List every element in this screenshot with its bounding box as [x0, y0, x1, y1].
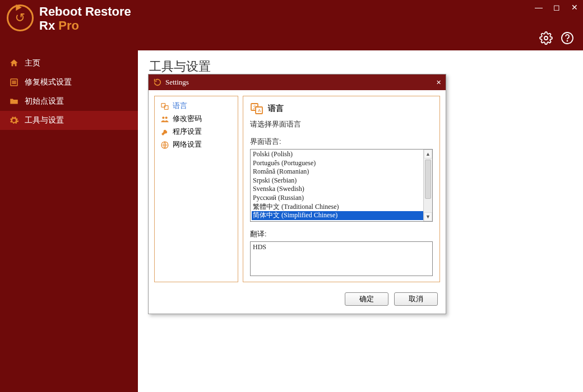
titlebar: ↻ Reboot Restore Rx Pro ― ◻ ✕: [0, 0, 583, 50]
translator-box: HDS: [250, 241, 433, 276]
main-body: 主页 修复模式设置 初始点设置 工具与设置 工具与设置 Se: [0, 50, 583, 392]
sidebar-item-label: 主页: [25, 58, 40, 68]
language-option[interactable]: Română (Romanian): [252, 167, 431, 176]
gear-icon: [9, 115, 19, 125]
ok-button[interactable]: 确定: [345, 292, 388, 306]
maximize-button[interactable]: ◻: [553, 3, 561, 11]
language-option[interactable]: 繁體中文 (Traditional Chinese): [252, 203, 431, 212]
app-logo: ↻ Reboot Restore Rx Pro: [7, 4, 131, 33]
language-option[interactable]: 简体中文 (Simplified Chinese): [252, 211, 431, 220]
help-icon[interactable]: [561, 31, 574, 45]
listbox-scrollbar[interactable]: ▲ ▼: [423, 150, 432, 221]
minimize-button[interactable]: ―: [535, 3, 543, 11]
language-option[interactable]: Português (Portuguese): [252, 159, 431, 168]
folder-icon: [9, 96, 19, 106]
sidebar-item-label: 修复模式设置: [25, 77, 72, 87]
settings-heading-text: 语言: [268, 104, 284, 114]
reboot-icon: ↻: [7, 4, 34, 31]
settings-nav: 语言 修改密码 程序设置 网络设置: [154, 96, 238, 282]
language-option[interactable]: Srpski (Serbian): [252, 176, 431, 185]
sidebar-item-restore-mode[interactable]: 修复模式设置: [0, 73, 138, 92]
language-listbox[interactable]: Polski (Polish)Português (Portuguese)Rom…: [250, 149, 433, 222]
scroll-thumb[interactable]: [425, 160, 431, 199]
language-option[interactable]: Polski (Polish): [252, 150, 431, 159]
app-window: ↻ Reboot Restore Rx Pro ― ◻ ✕ 主页 修复模式设置: [0, 0, 583, 392]
settings-nav-network[interactable]: 网络设置: [157, 138, 235, 151]
settings-content: 文A 语言 请选择界面语言 界面语言: Polski (Polish)Portu…: [243, 96, 440, 282]
dialog-footer: 确定 取消: [149, 288, 446, 314]
sidebar-item-label: 初始点设置: [25, 96, 64, 106]
home-icon: [9, 58, 19, 68]
instruction-text: 请选择界面语言: [250, 120, 433, 129]
cancel-button[interactable]: 取消: [394, 292, 438, 306]
svg-point-7: [165, 116, 168, 119]
sidebar-item-label: 工具与设置: [25, 115, 64, 125]
wrench-icon: [160, 128, 169, 137]
svg-point-6: [162, 116, 164, 119]
settings-dialog: Settings ✕ 语言 修改密码: [148, 74, 446, 314]
sidebar-item-baseline[interactable]: 初始点设置: [0, 92, 138, 111]
sidebar: 主页 修复模式设置 初始点设置 工具与设置: [0, 50, 138, 392]
settings-nav-label: 语言: [173, 101, 187, 111]
scroll-down-button[interactable]: ▼: [424, 212, 432, 221]
app-title: Reboot Restore Rx Pro: [39, 4, 131, 33]
language-option[interactable]: Svenska (Swedish): [252, 185, 431, 194]
language-option[interactable]: Русский (Russian): [252, 194, 431, 203]
svg-text:A: A: [258, 108, 261, 113]
settings-nav-program[interactable]: 程序设置: [157, 125, 235, 138]
dialog-title: Settings: [165, 78, 189, 87]
language-list-label: 界面语言:: [250, 137, 433, 147]
main-panel: 工具与设置 Settings ✕ 语言: [138, 50, 583, 392]
list-icon: [9, 77, 19, 87]
page-title: 工具与设置: [149, 58, 572, 75]
dialog-close-button[interactable]: ✕: [436, 79, 441, 86]
globe-icon: [160, 141, 169, 150]
translator-label: 翻译:: [250, 230, 433, 239]
language-option[interactable]: 한국어 (Korean): [252, 220, 431, 222]
settings-nav-password[interactable]: 修改密码: [157, 113, 235, 125]
language-icon: 文A: [250, 102, 263, 115]
svg-point-2: [567, 41, 568, 41]
settings-nav-label: 修改密码: [173, 114, 202, 124]
sidebar-item-home[interactable]: 主页: [0, 54, 138, 73]
settings-heading: 文A 语言: [250, 102, 433, 115]
users-icon: [160, 115, 169, 124]
close-button[interactable]: ✕: [571, 3, 579, 11]
dialog-body: 语言 修改密码 程序设置 网络设置: [149, 90, 446, 288]
settings-nav-label: 网络设置: [173, 140, 202, 150]
gear-icon[interactable]: [539, 31, 553, 45]
dialog-titlebar: Settings ✕: [149, 74, 446, 90]
svg-point-0: [544, 36, 548, 40]
language-icon: [160, 102, 169, 111]
settings-nav-label: 程序设置: [173, 127, 202, 137]
window-controls: ― ◻ ✕: [535, 3, 579, 11]
sidebar-item-tools-settings[interactable]: 工具与设置: [0, 111, 138, 130]
scroll-up-button[interactable]: ▲: [424, 150, 432, 158]
language-listbox-wrap: Polski (Polish)Português (Portuguese)Rom…: [250, 149, 433, 222]
settings-nav-language[interactable]: 语言: [157, 100, 235, 113]
reboot-icon: [153, 78, 162, 87]
header-icons: [539, 31, 574, 45]
